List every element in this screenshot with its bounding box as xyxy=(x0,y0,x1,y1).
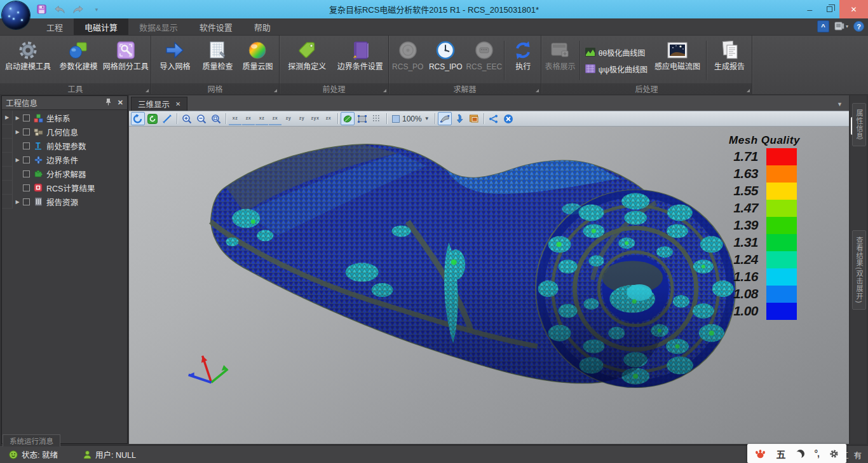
import-mesh-button[interactable]: 导入网格 xyxy=(153,38,198,83)
expander-icon[interactable]: ▶ xyxy=(13,199,22,205)
tree-row-boundary-conditions[interactable]: ▶ 边界条件 xyxy=(2,153,127,167)
pin-icon[interactable] xyxy=(105,98,111,107)
minimize-button[interactable]: – xyxy=(800,0,820,18)
group-expand-icon[interactable] xyxy=(747,89,750,92)
rcs-ipo-button[interactable]: RCS_IPO xyxy=(426,38,466,83)
tree-row-preprocess-params[interactable]: T 前处理参数 xyxy=(2,139,127,153)
ribbon-collapse-button[interactable]: ^ xyxy=(817,20,829,32)
ime-punctuation-label[interactable]: °, xyxy=(815,448,820,459)
zoom-dropdown-icon[interactable]: ▼ xyxy=(424,116,430,121)
checkbox[interactable] xyxy=(23,128,30,135)
execute-button[interactable]: 执行 xyxy=(506,38,539,83)
render-canvas[interactable]: Mesh Quality 1.71 1.63 1.55 1.47 1.39 1.… xyxy=(129,127,849,444)
psi-curve-button[interactable]: ψψ极化曲线图 xyxy=(585,64,648,74)
display-switch-icon[interactable]: ▾ xyxy=(834,22,848,31)
tree-row-coordinate-system[interactable]: ▶ ▶ 坐标系 xyxy=(2,111,127,125)
image-export-button[interactable] xyxy=(467,112,481,125)
group-expand-icon[interactable] xyxy=(274,89,277,92)
table-window-icon xyxy=(549,39,571,61)
mesh-tool-button[interactable]: 网格剖分工具 xyxy=(102,38,149,83)
rotate-view-button[interactable] xyxy=(131,112,145,125)
side-tab-view-results[interactable]: 查看结果(双击展开) xyxy=(852,230,866,310)
tab-close-icon[interactable]: ✕ xyxy=(175,100,180,107)
ime-mode-label[interactable]: 五 xyxy=(776,447,785,460)
help-button[interactable]: ? xyxy=(853,21,864,32)
restore-button[interactable] xyxy=(820,0,839,18)
view-orientation-button-3[interactable]: xz xyxy=(255,112,268,125)
quality-cloud-button[interactable]: 质量云图 xyxy=(238,38,278,83)
legend-row: 1.16 xyxy=(718,268,811,286)
view-orientation-button-7[interactable]: zyx xyxy=(309,112,322,125)
panel-close-icon[interactable]: ✕ xyxy=(118,99,123,107)
zoom-in-button[interactable] xyxy=(180,112,194,125)
tab-3d-display[interactable]: 三维显示 ✕ xyxy=(131,97,187,111)
gutter-expander-icon[interactable]: ▶ xyxy=(2,111,13,125)
app-logo-icon[interactable] xyxy=(2,1,30,29)
ime-settings-gear-icon[interactable] xyxy=(829,449,839,459)
probe-angle-button[interactable]: 探测角定义 xyxy=(281,38,334,83)
spin-view-button[interactable] xyxy=(146,112,159,125)
zoom-level-control[interactable]: 100% ▼ xyxy=(390,114,432,123)
tab-project[interactable]: 工程 xyxy=(36,18,74,35)
shaded-view-button[interactable] xyxy=(341,112,355,125)
checkbox[interactable] xyxy=(23,142,30,149)
tree-row-solver[interactable]: 分析求解器 xyxy=(2,167,127,181)
legend-swatch xyxy=(766,234,797,251)
tree-row-rcs-results[interactable]: RCS计算结果 xyxy=(2,181,127,195)
grid-points-button[interactable] xyxy=(370,112,384,125)
ime-logo-paw-icon[interactable] xyxy=(755,448,766,459)
view-orientation-button-1[interactable]: xz xyxy=(229,112,241,125)
close-circle-button[interactable] xyxy=(501,112,515,125)
view-orientation-button-8[interactable]: zx xyxy=(322,112,335,125)
start-modeling-button[interactable]: 启动建模工具 xyxy=(1,38,55,83)
wireframe-surface-button[interactable] xyxy=(355,112,369,125)
table-view-button[interactable]: 表格展示 xyxy=(543,38,578,83)
tab-help[interactable]: 帮助 xyxy=(243,18,281,35)
checkbox[interactable] xyxy=(23,156,30,163)
theta-curve-button[interactable]: θθ极化曲线图 xyxy=(585,47,648,58)
drop-down-arrow-button[interactable] xyxy=(452,112,466,125)
close-button[interactable]: ✕ xyxy=(839,0,868,18)
view-orientation-button-4[interactable]: zx xyxy=(269,112,281,125)
quality-check-button[interactable]: 质量检查 xyxy=(198,38,238,83)
rcs-eec-button[interactable]: RCS_EEC xyxy=(466,38,503,83)
group-expand-icon[interactable] xyxy=(383,89,386,92)
zoom-out-button[interactable] xyxy=(194,112,208,125)
checkbox[interactable] xyxy=(23,184,30,191)
report-pages-icon xyxy=(719,39,740,61)
expander-icon[interactable]: ▶ xyxy=(13,157,22,163)
checkbox[interactable] xyxy=(23,198,30,205)
rcs-po-button[interactable]: RCS_PO xyxy=(390,38,426,83)
tabbar-dropdown-icon[interactable]: ▼ xyxy=(837,101,843,107)
curved-surface-button[interactable] xyxy=(438,112,452,125)
checkbox[interactable] xyxy=(23,114,30,121)
group-expand-icon[interactable] xyxy=(146,89,149,92)
toolbar-separator xyxy=(177,113,177,124)
share-network-button[interactable] xyxy=(487,112,501,125)
expander-icon[interactable]: ▶ xyxy=(13,129,22,135)
main-area: 工程信息 ✕ ▶ ▶ 坐标系 ▶ xyxy=(0,94,868,445)
ime-moon-icon[interactable] xyxy=(796,450,804,458)
view-orientation-button-5[interactable]: zy xyxy=(282,112,295,125)
generate-report-button[interactable]: 生成报告 xyxy=(709,38,750,83)
boundary-settings-button[interactable]: 边界条件设置 xyxy=(334,38,387,83)
side-tab-properties[interactable]: 属性信息 xyxy=(852,103,866,146)
zoom-fit-button[interactable] xyxy=(209,112,223,125)
pan-zoom-button[interactable] xyxy=(160,112,174,125)
group-expand-icon[interactable] xyxy=(536,89,539,92)
tree-row-geometry-info[interactable]: ▶ 几何信息 xyxy=(2,125,127,139)
status-ready-icon xyxy=(9,450,18,459)
expander-icon[interactable]: ▶ xyxy=(13,115,22,121)
tree-row-report-resources[interactable]: ▶ 报告资源 xyxy=(2,195,127,209)
ribbon-divider xyxy=(580,41,580,80)
view-orientation-button-6[interactable]: zy xyxy=(295,112,308,125)
param-modeling-button[interactable]: 参数化建模 xyxy=(55,38,102,83)
system-messages-tab[interactable]: 系统运行消息 xyxy=(3,434,60,446)
tab-em-computation[interactable]: 电磁计算 xyxy=(74,18,128,35)
tab-data-display[interactable]: 数据&显示 xyxy=(128,18,189,35)
tab-software-settings[interactable]: 软件设置 xyxy=(189,18,243,35)
view-orientation-button-2[interactable]: zx xyxy=(242,112,255,125)
ribbon: 启动建模工具 参数化建模 网格剖分工具 工具 xyxy=(0,36,868,94)
checkbox[interactable] xyxy=(23,170,30,177)
em-flow-map-button[interactable]: 感应电磁流图 xyxy=(651,38,704,83)
